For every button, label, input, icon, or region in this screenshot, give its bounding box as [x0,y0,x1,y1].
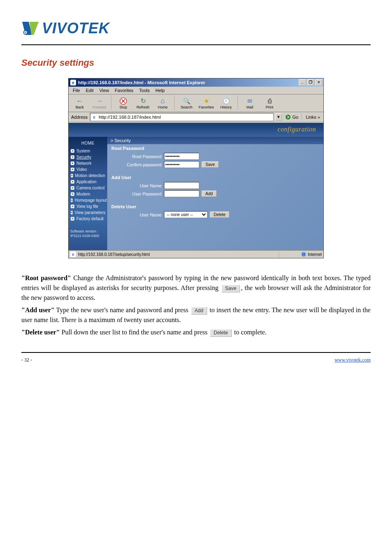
status-zone: Internet [308,252,322,257]
root-password-label: Root Password [113,154,161,159]
sidebar-item-factory-default[interactable]: +Factory default [69,216,107,222]
sidebar-item-modem[interactable]: +Modem [69,191,107,197]
configuration-banner: configuration [69,123,323,137]
toolbar-mail-button[interactable]: ✉ Mail [240,96,259,110]
add-user-password-input[interactable] [164,190,199,197]
back-arrow-icon: ← [75,97,84,105]
root-password-section-label: Root Password [107,144,323,151]
expand-icon: + [71,211,73,214]
expand-icon: + [71,180,74,184]
sidebar-item-system[interactable]: +System [69,148,107,154]
user-name-label: User Name [113,183,161,188]
user-password-label: User Password [113,191,161,196]
menu-file[interactable]: File [70,88,83,93]
links-menu[interactable]: Links » [304,115,322,120]
sidebar-item-view-parameters[interactable]: +View parameters [69,210,107,216]
go-button[interactable]: Go [284,114,300,120]
confirm-password-input[interactable] [164,161,199,168]
expand-icon: + [71,149,74,153]
refresh-icon: ↻ [138,97,148,105]
expand-icon: + [71,174,73,177]
sidebar-item-application[interactable]: +Application [69,179,107,185]
window-title: http://192.168.0.187/index.html - Micros… [78,80,205,85]
root-password-input[interactable] [164,153,199,160]
sidebar-item-security[interactable]: +Security [69,154,107,160]
menu-view[interactable]: View [97,88,112,93]
add-user-paragraph: "Add user" Type the new user's name and … [21,305,371,325]
page-number: - 32 - [21,357,32,363]
sidebar-item-network[interactable]: +Network [69,160,107,166]
browser-viewport: configuration HOME +System +Security +Ne… [69,122,323,250]
toolbar: ← Back → Forward Stop ↻ Refresh ⌂ Home [69,94,323,112]
toolbar-back-button[interactable]: ← Back [70,96,89,110]
address-bar: Address e http://192.168.0.187/index.htm… [69,112,323,122]
expand-icon: + [71,155,74,159]
footer-link[interactable]: www.vivotek.com [334,357,371,363]
add-button[interactable]: Add [202,191,217,197]
logo-mark-icon [21,20,39,37]
history-icon: 🕘 [221,97,231,105]
toolbar-home-button[interactable]: ⌂ Home [153,96,172,110]
window-minimize-button[interactable]: _ [299,79,306,86]
delete-user-name-label: User Name [113,212,161,217]
expand-icon: + [71,168,74,171]
expand-icon: + [71,217,74,221]
sidebar-item-view-log-file[interactable]: +View log file [69,203,107,210]
window-close-button[interactable]: × [315,79,323,86]
toolbar-stop-button[interactable]: Stop [114,96,133,110]
menu-edit[interactable]: Edit [83,88,96,93]
save-button[interactable]: Save [202,161,219,168]
delete-user-select[interactable]: -- none user -- [164,211,208,218]
svg-point-3 [25,32,26,33]
home-icon: ⌂ [158,97,167,105]
sidebar-item-video[interactable]: +Video [69,166,107,173]
sidebar-item-camera-control[interactable]: +Camera control [69,185,107,191]
root-password-paragraph: "Root password" Change the Administrator… [21,273,371,303]
inline-save-button: Save [221,285,240,292]
menu-tools[interactable]: Tools [137,88,152,93]
inline-delete-button: Delete [210,329,232,337]
delete-user-paragraph: "Delete user" Pull down the user list to… [21,327,371,337]
toolbar-search-button[interactable]: 🔍 Search [177,96,196,110]
toolbar-history-button[interactable]: 🕘 History [217,96,235,110]
inline-add-button: Add [191,307,207,315]
brand-logo: VIVOTEK [21,20,371,37]
search-icon: 🔍 [182,97,191,105]
toolbar-forward-button[interactable]: → Forward [90,96,109,110]
add-user-section-label: Add User [107,173,323,180]
page-footer: - 32 - www.vivotek.com [21,357,371,363]
print-icon: ⎙ [265,97,274,105]
browser-window: e http://192.168.0.187/index.html - Micr… [68,78,324,258]
menu-help[interactable]: Help [153,88,167,93]
favorites-icon: ★ [202,97,211,105]
menubar: File Edit View Favorites Tools Help [69,87,323,94]
status-bar: e http://192.168.0.187/setup/security.ht… [69,250,323,258]
ie-app-icon: e [70,80,76,85]
security-panel: > Security Root Password Root Password C… [107,137,323,250]
toolbar-separator [111,95,112,110]
window-maximize-button[interactable]: ❐ [307,79,314,86]
go-icon [285,114,291,120]
expand-icon: + [71,186,74,190]
mail-icon: ✉ [245,97,254,105]
software-version: Software version : IP3121-0100-0300 [69,229,107,238]
sidebar-item-homepage-layout[interactable]: +Homepage layout [69,197,107,203]
delete-button[interactable]: Delete [210,212,229,218]
logo-text: VIVOTEK [42,20,110,37]
add-user-name-input[interactable] [164,182,199,189]
toolbar-favorites-button[interactable]: ★ Favorites [197,96,216,110]
address-dropdown-button[interactable]: ▾ [275,113,282,121]
toolbar-separator [238,95,238,110]
address-value: http://192.168.0.187/index.html [99,115,161,120]
address-input[interactable]: e http://192.168.0.187/index.html [90,113,274,121]
section-heading: Security settings [21,58,371,68]
toolbar-print-button[interactable]: ⎙ Print [260,96,279,110]
toolbar-refresh-button[interactable]: ↻ Refresh [134,96,152,110]
sidebar-item-motion-detection[interactable]: +Motion detection [69,173,107,179]
window-titlebar: e http://192.168.0.187/index.html - Micr… [69,78,323,87]
header-rule [21,44,371,45]
globe-icon [301,252,306,257]
menu-favorites[interactable]: Favorites [112,88,136,93]
sidebar-home-link[interactable]: HOME [69,139,107,148]
delete-user-section-label: Delete User [107,203,323,209]
